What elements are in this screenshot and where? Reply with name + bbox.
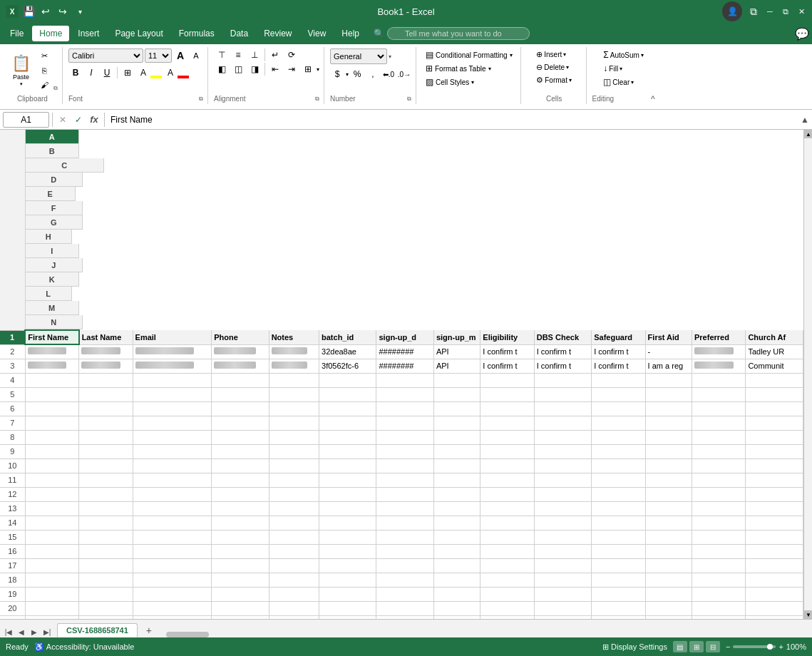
cell-L13[interactable] — [645, 501, 692, 516]
col-header-A[interactable]: A — [26, 130, 79, 144]
cell-I8[interactable] — [480, 430, 534, 444]
cell-B14[interactable] — [79, 516, 133, 530]
format-button[interactable]: ⚙ Format ▾ — [533, 74, 575, 86]
cell-D3[interactable] — [212, 359, 269, 373]
cell-E10[interactable] — [269, 458, 319, 473]
paste-button[interactable]: 📋 Paste ▾ — [7, 48, 35, 93]
cell-F7[interactable] — [319, 416, 376, 430]
row-number-11[interactable]: 11 — [0, 473, 25, 487]
cell-J3[interactable]: I confirm t — [534, 359, 591, 373]
cell-I11[interactable] — [480, 473, 534, 487]
cell-N8[interactable] — [746, 430, 803, 444]
cell-A12[interactable] — [25, 487, 78, 501]
formula-bar-expand-button[interactable]: ▲ — [801, 115, 809, 125]
cell-F20[interactable] — [319, 601, 376, 615]
cell-K1[interactable]: Safeguard — [592, 330, 645, 344]
cell-A10[interactable] — [25, 458, 78, 473]
cell-E15[interactable] — [269, 530, 319, 544]
cell-G10[interactable] — [376, 458, 433, 473]
sheet-prev-button[interactable]: ◀ — [16, 626, 27, 637]
restore-button[interactable]: ⧉ — [781, 6, 791, 16]
cell-I1[interactable]: Eligibility — [480, 330, 534, 344]
cell-I18[interactable] — [480, 573, 534, 587]
cell-J13[interactable] — [534, 501, 591, 516]
cell-N2[interactable]: Tadley UR — [746, 344, 803, 359]
cell-K14[interactable] — [592, 516, 645, 530]
cell-C3[interactable] — [133, 359, 212, 373]
cell-C19[interactable] — [133, 587, 212, 601]
cell-F3[interactable]: 3f0562fc-6 — [319, 359, 376, 373]
cell-F9[interactable] — [319, 444, 376, 458]
cell-N16[interactable] — [746, 544, 803, 558]
cell-K7[interactable] — [592, 416, 645, 430]
alignment-expand-button[interactable]: ⧉ — [315, 96, 319, 103]
decrease-decimal-button[interactable]: ⬅.0 — [381, 67, 396, 81]
display-settings-label[interactable]: Display Settings — [611, 642, 667, 651]
cell-B12[interactable] — [79, 487, 133, 501]
col-header-F[interactable]: F — [26, 201, 83, 215]
cell-E6[interactable] — [269, 401, 319, 416]
cell-I14[interactable] — [480, 516, 534, 530]
tell-me-search-input[interactable] — [387, 27, 530, 40]
menu-view[interactable]: View — [301, 26, 334, 41]
cell-K21[interactable] — [592, 615, 645, 619]
col-header-B[interactable]: B — [26, 144, 79, 158]
row-number-19[interactable]: 19 — [0, 587, 25, 601]
sheet-next-button[interactable]: ▶ — [29, 626, 40, 637]
cell-M20[interactable] — [692, 601, 745, 615]
sheet-first-button[interactable]: |◀ — [3, 626, 14, 637]
align-left-button[interactable]: ◧ — [214, 63, 230, 76]
cell-B8[interactable] — [79, 430, 133, 444]
cell-E17[interactable] — [269, 558, 319, 573]
cell-G11[interactable] — [376, 473, 433, 487]
col-header-L[interactable]: L — [26, 287, 72, 301]
cell-D15[interactable] — [212, 530, 269, 544]
cell-F1[interactable]: batch_id — [319, 330, 376, 344]
cell-F6[interactable] — [319, 401, 376, 416]
col-header-N[interactable]: N — [26, 315, 83, 329]
cell-K18[interactable] — [592, 573, 645, 587]
customize-qat-button[interactable]: ▾ — [73, 4, 87, 19]
cell-I16[interactable] — [480, 544, 534, 558]
sheet-last-button[interactable]: ▶| — [41, 626, 53, 637]
cell-E16[interactable] — [269, 544, 319, 558]
cell-M7[interactable] — [692, 416, 745, 430]
cell-B3[interactable] — [79, 359, 133, 373]
cell-B19[interactable] — [79, 587, 133, 601]
cell-C1[interactable]: Email — [133, 330, 212, 344]
cell-J21[interactable] — [534, 615, 591, 619]
cell-L4[interactable] — [645, 373, 692, 387]
cell-G7[interactable] — [376, 416, 433, 430]
cell-I9[interactable] — [480, 444, 534, 458]
undo-button[interactable]: ↩ — [38, 4, 53, 19]
cell-L15[interactable] — [645, 530, 692, 544]
row-number-13[interactable]: 13 — [0, 501, 25, 516]
cell-A8[interactable] — [25, 430, 78, 444]
copy-button[interactable]: ⎘ — [36, 63, 52, 77]
cell-I21[interactable] — [480, 615, 534, 619]
cell-N9[interactable] — [746, 444, 803, 458]
cell-H1[interactable]: sign-up_m — [433, 330, 480, 344]
underline-button[interactable]: U — [100, 66, 114, 80]
cell-G19[interactable] — [376, 587, 433, 601]
cell-H19[interactable] — [433, 587, 480, 601]
bold-button[interactable]: B — [68, 66, 83, 80]
row-number-2[interactable]: 2 — [0, 344, 25, 359]
menu-page-layout[interactable]: Page Layout — [108, 26, 170, 41]
row-number-10[interactable]: 10 — [0, 458, 25, 473]
cell-N5[interactable] — [746, 387, 803, 401]
cell-F15[interactable] — [319, 530, 376, 544]
cell-J16[interactable] — [534, 544, 591, 558]
cell-C2[interactable] — [133, 344, 212, 359]
cell-reference-input[interactable] — [3, 112, 49, 128]
cell-I15[interactable] — [480, 530, 534, 544]
row-number-14[interactable]: 14 — [0, 516, 25, 530]
minimize-button[interactable]: ─ — [765, 6, 775, 16]
col-header-E[interactable]: E — [26, 187, 76, 201]
cell-L21[interactable] — [645, 615, 692, 619]
cell-A20[interactable] — [25, 601, 78, 615]
cell-H16[interactable] — [433, 544, 480, 558]
cell-E9[interactable] — [269, 444, 319, 458]
cell-M12[interactable] — [692, 487, 745, 501]
accounting-format-button[interactable]: $ — [330, 67, 344, 81]
